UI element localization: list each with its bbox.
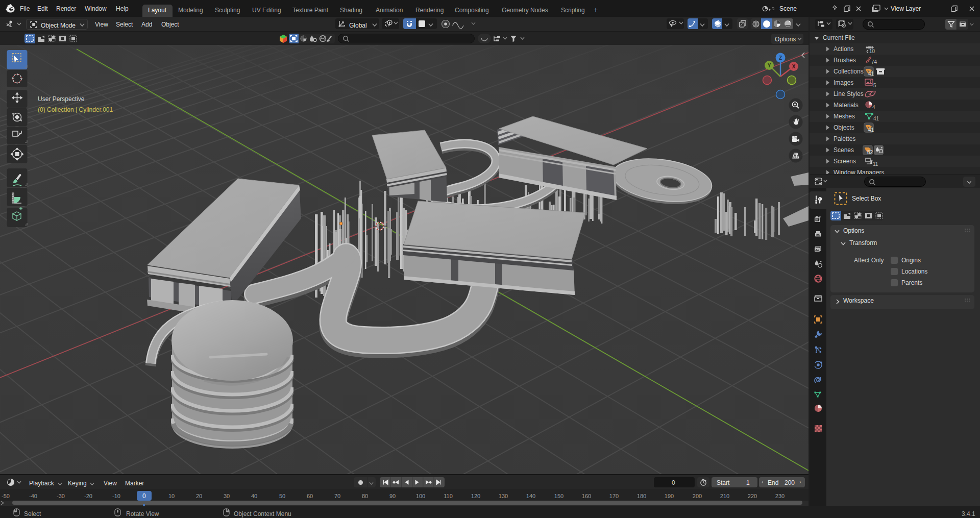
svg-text:230: 230 — [775, 493, 785, 499]
svg-text:-30: -30 — [57, 493, 65, 499]
svg-text:40: 40 — [251, 493, 257, 499]
svg-text:100: 100 — [416, 493, 425, 499]
svg-text:82: 82 — [867, 150, 873, 155]
svg-text:70: 70 — [334, 493, 340, 499]
svg-text:74: 74 — [871, 59, 877, 65]
svg-text:10: 10 — [168, 493, 175, 499]
svg-text:160: 160 — [582, 493, 591, 499]
svg-text:60: 60 — [307, 493, 313, 499]
svg-text:200: 200 — [693, 493, 702, 499]
svg-text:110: 110 — [444, 493, 453, 499]
svg-text:150: 150 — [554, 493, 564, 499]
svg-text:-10: -10 — [112, 493, 120, 499]
svg-text:220: 220 — [748, 493, 757, 499]
svg-text:Y: Y — [768, 63, 771, 68]
svg-text:20: 20 — [196, 493, 202, 499]
svg-text:50: 50 — [279, 493, 285, 499]
svg-text:Z: Z — [779, 55, 782, 61]
svg-text:130: 130 — [499, 493, 508, 499]
svg-text:180: 180 — [637, 493, 646, 499]
svg-text:-20: -20 — [84, 493, 92, 499]
svg-text:4: 4 — [872, 105, 875, 110]
svg-text:41: 41 — [873, 116, 879, 121]
svg-text:190: 190 — [665, 493, 674, 499]
svg-text:-40: -40 — [29, 493, 37, 499]
svg-text:140: 140 — [526, 493, 535, 499]
svg-text:120: 120 — [471, 493, 480, 499]
svg-text:41: 41 — [868, 127, 874, 133]
svg-text:10: 10 — [869, 48, 875, 54]
svg-text:11: 11 — [873, 161, 878, 166]
svg-text:41: 41 — [868, 71, 874, 77]
svg-text:80: 80 — [362, 493, 368, 499]
svg-text:170: 170 — [609, 493, 619, 499]
svg-text:210: 210 — [720, 493, 729, 499]
svg-text:5: 5 — [873, 83, 876, 88]
svg-text:30: 30 — [224, 493, 230, 499]
svg-text:-50: -50 — [2, 493, 10, 499]
svg-text:90: 90 — [389, 493, 396, 499]
svg-text:X: X — [792, 64, 796, 69]
